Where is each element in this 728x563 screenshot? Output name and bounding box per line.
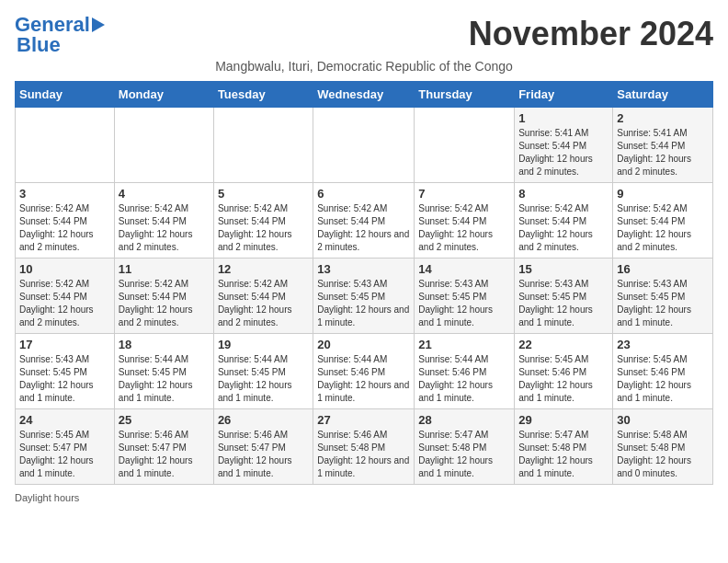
calendar-cell	[213, 108, 313, 183]
day-of-week-header: Saturday	[613, 82, 713, 108]
header: General Blue November 2024	[15, 15, 713, 55]
day-of-week-header: Tuesday	[213, 82, 313, 108]
day-number: 13	[317, 262, 410, 276]
day-info: Sunrise: 5:44 AM Sunset: 5:45 PM Dayligh…	[218, 353, 309, 405]
calendar-cell: 21Sunrise: 5:44 AM Sunset: 5:46 PM Dayli…	[415, 334, 515, 409]
day-number: 4	[119, 187, 210, 201]
calendar-cell: 29Sunrise: 5:47 AM Sunset: 5:48 PM Dayli…	[515, 409, 613, 485]
calendar-cell	[415, 108, 515, 183]
logo-arrow-icon	[92, 17, 105, 32]
day-of-week-header: Wednesday	[313, 82, 415, 108]
day-info: Sunrise: 5:43 AM Sunset: 5:45 PM Dayligh…	[617, 278, 709, 329]
calendar-week-row: 3Sunrise: 5:42 AM Sunset: 5:44 PM Daylig…	[16, 183, 713, 259]
calendar-cell: 12Sunrise: 5:42 AM Sunset: 5:44 PM Dayli…	[213, 259, 313, 334]
calendar-cell: 24Sunrise: 5:45 AM Sunset: 5:47 PM Dayli…	[16, 409, 115, 485]
calendar-cell: 26Sunrise: 5:46 AM Sunset: 5:47 PM Dayli…	[213, 409, 313, 485]
calendar-cell	[114, 108, 213, 183]
day-number: 27	[317, 413, 410, 427]
day-info: Sunrise: 5:43 AM Sunset: 5:45 PM Dayligh…	[518, 278, 609, 329]
day-number: 25	[119, 413, 210, 427]
calendar-week-row: 1Sunrise: 5:41 AM Sunset: 5:44 PM Daylig…	[16, 108, 713, 183]
subtitle: Mangbwalu, Ituri, Democratic Republic of…	[15, 59, 713, 74]
calendar-cell: 30Sunrise: 5:48 AM Sunset: 5:48 PM Dayli…	[613, 409, 713, 485]
footer-note: Daylight hours	[15, 492, 713, 503]
day-info: Sunrise: 5:41 AM Sunset: 5:44 PM Dayligh…	[518, 127, 609, 178]
day-info: Sunrise: 5:44 AM Sunset: 5:46 PM Dayligh…	[317, 353, 410, 405]
day-number: 15	[518, 262, 609, 276]
day-of-week-header: Monday	[114, 82, 213, 108]
day-info: Sunrise: 5:45 AM Sunset: 5:46 PM Dayligh…	[518, 353, 609, 405]
day-info: Sunrise: 5:42 AM Sunset: 5:44 PM Dayligh…	[617, 202, 709, 254]
day-info: Sunrise: 5:44 AM Sunset: 5:45 PM Dayligh…	[119, 353, 210, 405]
calendar-cell: 18Sunrise: 5:44 AM Sunset: 5:45 PM Dayli…	[114, 334, 213, 409]
calendar-cell: 28Sunrise: 5:47 AM Sunset: 5:48 PM Dayli…	[415, 409, 515, 485]
day-number: 7	[418, 187, 510, 201]
day-number: 8	[518, 187, 609, 201]
day-number: 10	[19, 262, 110, 276]
day-info: Sunrise: 5:42 AM Sunset: 5:44 PM Dayligh…	[518, 202, 609, 254]
day-number: 29	[518, 413, 609, 427]
day-info: Sunrise: 5:42 AM Sunset: 5:44 PM Dayligh…	[418, 202, 510, 254]
calendar-cell: 1Sunrise: 5:41 AM Sunset: 5:44 PM Daylig…	[515, 108, 613, 183]
day-number: 16	[617, 262, 709, 276]
day-number: 17	[19, 338, 110, 351]
day-number: 26	[218, 413, 309, 427]
day-number: 1	[518, 111, 609, 125]
day-info: Sunrise: 5:43 AM Sunset: 5:45 PM Dayligh…	[317, 278, 410, 329]
day-info: Sunrise: 5:42 AM Sunset: 5:44 PM Dayligh…	[119, 278, 210, 329]
calendar-cell: 6Sunrise: 5:42 AM Sunset: 5:44 PM Daylig…	[313, 183, 415, 259]
month-year: November 2024	[469, 15, 713, 53]
calendar-cell: 20Sunrise: 5:44 AM Sunset: 5:46 PM Dayli…	[313, 334, 415, 409]
day-number: 12	[218, 262, 309, 276]
calendar-cell: 10Sunrise: 5:42 AM Sunset: 5:44 PM Dayli…	[16, 259, 115, 334]
day-number: 20	[317, 338, 410, 351]
logo-blue-text: Blue	[17, 35, 61, 55]
calendar-cell: 5Sunrise: 5:42 AM Sunset: 5:44 PM Daylig…	[213, 183, 313, 259]
day-number: 2	[617, 111, 709, 125]
calendar-cell	[16, 108, 115, 183]
day-of-week-header: Friday	[515, 82, 613, 108]
day-number: 30	[617, 413, 709, 427]
day-info: Sunrise: 5:43 AM Sunset: 5:45 PM Dayligh…	[418, 278, 510, 329]
calendar-cell: 14Sunrise: 5:43 AM Sunset: 5:45 PM Dayli…	[415, 259, 515, 334]
calendar-cell: 19Sunrise: 5:44 AM Sunset: 5:45 PM Dayli…	[213, 334, 313, 409]
day-info: Sunrise: 5:46 AM Sunset: 5:48 PM Dayligh…	[317, 429, 410, 480]
day-info: Sunrise: 5:42 AM Sunset: 5:44 PM Dayligh…	[19, 278, 110, 329]
day-number: 19	[218, 338, 309, 351]
day-info: Sunrise: 5:42 AM Sunset: 5:44 PM Dayligh…	[218, 202, 309, 254]
day-info: Sunrise: 5:42 AM Sunset: 5:44 PM Dayligh…	[218, 278, 309, 329]
day-number: 11	[119, 262, 210, 276]
calendar-cell: 4Sunrise: 5:42 AM Sunset: 5:44 PM Daylig…	[114, 183, 213, 259]
day-info: Sunrise: 5:45 AM Sunset: 5:46 PM Dayligh…	[617, 353, 709, 405]
calendar-cell: 23Sunrise: 5:45 AM Sunset: 5:46 PM Dayli…	[613, 334, 713, 409]
calendar-cell: 15Sunrise: 5:43 AM Sunset: 5:45 PM Dayli…	[515, 259, 613, 334]
day-number: 22	[518, 338, 609, 351]
day-number: 21	[418, 338, 510, 351]
day-of-week-header: Sunday	[16, 82, 115, 108]
calendar-cell: 7Sunrise: 5:42 AM Sunset: 5:44 PM Daylig…	[415, 183, 515, 259]
logo-text: General	[15, 15, 90, 35]
day-number: 23	[617, 338, 709, 351]
day-info: Sunrise: 5:41 AM Sunset: 5:44 PM Dayligh…	[617, 127, 709, 178]
calendar-week-row: 17Sunrise: 5:43 AM Sunset: 5:45 PM Dayli…	[16, 334, 713, 409]
calendar-week-row: 10Sunrise: 5:42 AM Sunset: 5:44 PM Dayli…	[16, 259, 713, 334]
day-info: Sunrise: 5:42 AM Sunset: 5:44 PM Dayligh…	[119, 202, 210, 254]
day-number: 28	[418, 413, 510, 427]
daylight-label: Daylight hours	[15, 492, 79, 503]
calendar-cell: 3Sunrise: 5:42 AM Sunset: 5:44 PM Daylig…	[16, 183, 115, 259]
day-info: Sunrise: 5:47 AM Sunset: 5:48 PM Dayligh…	[418, 429, 510, 480]
calendar-cell: 2Sunrise: 5:41 AM Sunset: 5:44 PM Daylig…	[613, 108, 713, 183]
day-info: Sunrise: 5:44 AM Sunset: 5:46 PM Dayligh…	[418, 353, 510, 405]
day-info: Sunrise: 5:47 AM Sunset: 5:48 PM Dayligh…	[518, 429, 609, 480]
calendar-cell	[313, 108, 415, 183]
calendar-cell: 25Sunrise: 5:46 AM Sunset: 5:47 PM Dayli…	[114, 409, 213, 485]
calendar-cell: 22Sunrise: 5:45 AM Sunset: 5:46 PM Dayli…	[515, 334, 613, 409]
day-info: Sunrise: 5:46 AM Sunset: 5:47 PM Dayligh…	[218, 429, 309, 480]
calendar-cell: 13Sunrise: 5:43 AM Sunset: 5:45 PM Dayli…	[313, 259, 415, 334]
day-info: Sunrise: 5:42 AM Sunset: 5:44 PM Dayligh…	[19, 202, 110, 254]
month-title: November 2024	[469, 15, 713, 53]
day-info: Sunrise: 5:46 AM Sunset: 5:47 PM Dayligh…	[119, 429, 210, 480]
day-number: 6	[317, 187, 410, 201]
day-number: 9	[617, 187, 709, 201]
calendar-cell: 9Sunrise: 5:42 AM Sunset: 5:44 PM Daylig…	[613, 183, 713, 259]
